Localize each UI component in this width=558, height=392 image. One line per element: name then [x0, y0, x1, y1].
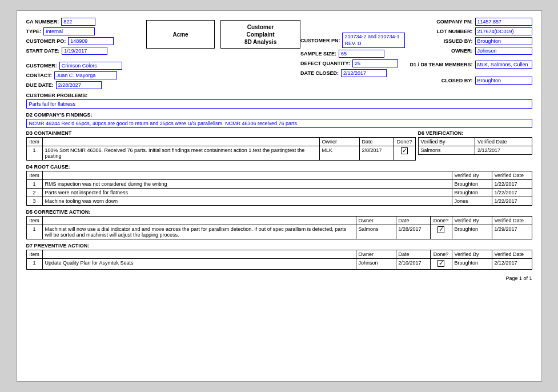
customer-po-label: CUSTOMER PO: [26, 38, 66, 44]
start-date-value: 1/19/2017 [62, 47, 107, 55]
d3-row1-description: 100% Sort NCMR 46306. Received 76 parts.… [42, 146, 319, 161]
date-closed-row: DATE CLOSED: 2/12/2017 [300, 69, 410, 77]
checkbox-checked [437, 226, 444, 233]
d7-row1-description: Update Quality Plan for Asymtek Seats [42, 259, 356, 270]
d7-table: Item Owner Date Done? Verified By Verifi… [26, 250, 532, 270]
sample-size-label: SAMPLE SIZE: [300, 51, 336, 57]
closed-by-row: CLOSED BY: Broughton [410, 77, 532, 85]
company-pn-value: 11457.857 [475, 18, 532, 26]
d4-row2-item: 2 [26, 189, 42, 197]
d7-col-done: Done? [430, 250, 452, 259]
d4-row2-description: Parts were not inspected for flatness [42, 189, 452, 197]
defect-qty-row: DEFECT QUANTITY: 25 [300, 59, 410, 67]
contact-value: Juan C. Mayorga [54, 71, 117, 79]
company-pn-row: COMPANY PN: 11457.857 [410, 18, 532, 26]
d4-col-item: Item [26, 171, 42, 180]
customer-pn-value: 210734-2 and 210734-1 REV. D [342, 33, 405, 48]
lot-number-label: LOT NUMBER: [437, 29, 473, 34]
ca-number-label: CA NUMBER: [26, 19, 59, 25]
table-row: 2 Parts were not inspected for flatness … [26, 189, 532, 197]
customer-label: CUSTOMER: [26, 63, 57, 69]
d6-row1-verified-by: Salmons [418, 146, 475, 155]
d3-row1-done [394, 146, 415, 161]
report-title: CustomerComplaint8D Analysis [244, 23, 276, 46]
contact-label: CONTACT: [26, 73, 52, 78]
d6-col-verified-date: Verified Date [475, 138, 532, 146]
d5-col-verified-date: Verified Date [492, 217, 532, 225]
d3-row1-owner: MLK [319, 146, 359, 161]
d5-label: D5 CORRECTIVE ACTION: [26, 209, 532, 215]
title-box: CustomerComplaint8D Analysis [220, 20, 300, 49]
d3-table: Item Owner Date Done? 1 100% Sort NCMR 4… [26, 137, 416, 161]
d6-section: D6 VERIFICATION: Verified By Verified Da… [418, 130, 532, 161]
d7-row1-verified-by: Broughton [452, 259, 492, 270]
d5-col-done: Done? [430, 217, 452, 225]
d3-row1-item: 1 [26, 146, 42, 161]
d4-row1-item: 1 [26, 180, 42, 189]
d4-row1-description: RMS inspection was not considered during… [42, 180, 452, 189]
d3-row1-date: 2/8/2017 [359, 146, 394, 161]
d3-section: D3 CONTAINMENT Item Owner Date Done? 1 1… [26, 130, 416, 161]
d6-label: D6 VERIFICATION: [418, 130, 532, 136]
customer-po-row: CUSTOMER PO: 148909 [26, 37, 147, 45]
d1-d8-row: D1 / D8 TEAM MEMBERS: MLK, Salmons, Cull… [410, 61, 532, 69]
d4-col-verified-by: Verified By [452, 171, 492, 180]
d4-row2-verified-date: 1/22/2017 [492, 189, 532, 197]
issued-by-value: Broughton [475, 37, 532, 45]
d7-col-description [42, 250, 356, 259]
date-closed-label: DATE CLOSED: [300, 70, 339, 76]
issued-by-label: ISSUED BY: [444, 38, 473, 44]
d7-row1-owner: Johnson [356, 259, 396, 270]
type-value: Internal [43, 27, 95, 35]
d4-col-description [42, 171, 452, 180]
type-label: TYPE: [26, 29, 42, 34]
d3-col-owner: Owner [319, 138, 359, 146]
d5-col-description [42, 217, 356, 225]
owner-label: OWNER: [451, 48, 473, 54]
customer-po-value: 148909 [68, 37, 114, 45]
issued-by-row: ISSUED BY: Broughton [410, 37, 532, 45]
d7-col-date: Date [396, 250, 430, 259]
checkbox-checked [401, 147, 408, 154]
d4-row2-verified-by: Broughton [452, 189, 492, 197]
d7-row1-done [430, 259, 452, 270]
customer-pn-row: CUSTOMER PN: 210734-2 and 210734-1 REV. … [300, 33, 410, 48]
d5-row1-verified-date: 1/29/2017 [492, 225, 532, 239]
start-date-label: START DATE: [26, 48, 60, 54]
d3-col-item: Item [26, 138, 42, 146]
d1-d8-label: D1 / D8 TEAM MEMBERS: [410, 62, 472, 67]
d5-col-date: Date [396, 217, 430, 225]
d2-value: NCMR 46244 Rec'd 65pcs, 40pcs are good t… [26, 119, 532, 128]
page: CA NUMBER: 822 TYPE: Internal CUSTOMER P… [17, 10, 542, 382]
d4-row1-verified-date: 1/22/2017 [492, 180, 532, 189]
d2-label: D2 COMPANY'S FINDINGS: [26, 112, 532, 118]
lot-number-value: 217674(DC019) [475, 27, 532, 35]
d5-row1-owner: Salmons [356, 225, 396, 239]
defect-qty-label: DEFECT QUANTITY: [300, 61, 350, 66]
lot-number-row: LOT NUMBER: 217674(DC019) [410, 27, 532, 35]
d4-row3-verified-date: 1/22/2017 [492, 197, 532, 206]
due-date-label: DUE DATE: [26, 82, 54, 88]
d3-label: D3 CONTAINMENT [26, 130, 416, 136]
table-row: 1 RMS inspection was not considered duri… [26, 180, 532, 189]
d4-row3-description: Machine tooling was worn down [42, 197, 452, 206]
ca-number-value: 822 [61, 18, 95, 26]
d5-row1-item: 1 [26, 225, 42, 239]
d3-d6-container: D3 CONTAINMENT Item Owner Date Done? 1 1… [26, 130, 532, 161]
d7-col-owner: Owner [356, 250, 396, 259]
ca-number-row: CA NUMBER: 822 [26, 18, 147, 26]
contact-row: CONTACT: Juan C. Mayorga [26, 71, 147, 79]
page-number: Page 1 of 1 [505, 275, 532, 281]
d4-table: Item Verified By Verified Date 1 RMS ins… [26, 171, 532, 206]
closed-by-label: CLOSED BY: [441, 78, 473, 83]
company-pn-label: COMPANY PN: [436, 19, 472, 25]
customer-problems-label: CUSTOMER PROBLEMS: [26, 93, 532, 98]
customer-problems-value: Parts fail for flatness [26, 99, 532, 109]
table-row: 1 100% Sort NCMR 46306. Received 76 part… [26, 146, 415, 161]
d5-row1-description: Machinist will now use a dial indicator … [42, 225, 356, 239]
table-row: 1 Machinist will now use a dial indicato… [26, 225, 532, 239]
d7-row1-date: 2/10/2017 [396, 259, 430, 270]
d5-col-item: Item [26, 217, 42, 225]
d6-row1-verified-date: 2/12/2017 [475, 146, 532, 155]
start-date-row: START DATE: 1/19/2017 [26, 47, 147, 55]
